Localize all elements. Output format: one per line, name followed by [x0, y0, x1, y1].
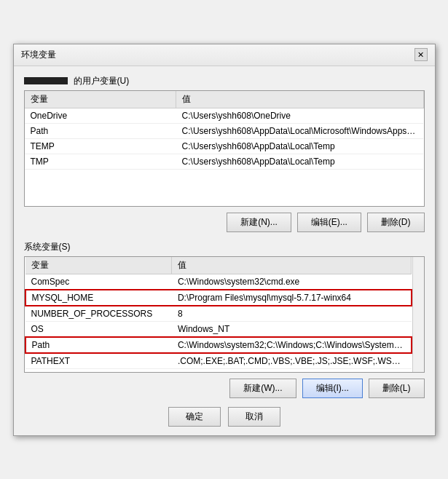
- new-user-button[interactable]: 新建(N)...: [227, 213, 291, 232]
- sys-var-cell: OS: [25, 321, 172, 337]
- sys-table-row[interactable]: OSWindows_NT: [25, 321, 412, 337]
- user-var-cell: TEMP: [25, 138, 176, 154]
- sys-val-cell: Windows_NT: [172, 321, 412, 337]
- user-var-col-header: 变量: [25, 91, 176, 108]
- sys-table-row[interactable]: PATHEXT.COM;.EXE;.BAT;.CMD;.VBS;.VBE;.JS…: [25, 353, 412, 369]
- sys-val-cell: 8: [172, 306, 412, 322]
- user-section-label: 的用户变量(U): [24, 75, 425, 87]
- sys-val-cell: AMD64: [172, 368, 412, 373]
- user-val-cell: C:\Users\yshh608\AppData\Local\Temp: [176, 138, 423, 154]
- new-sys-button[interactable]: 新建(W)...: [229, 379, 296, 398]
- delete-sys-button[interactable]: 删除(L): [369, 379, 425, 398]
- footer-buttons-row: 确定 取消: [24, 407, 425, 427]
- sys-val-col-header: 值: [172, 257, 412, 274]
- sys-table-row[interactable]: PathC:\Windows\system32;C:\Windows;C:\Wi…: [25, 337, 412, 353]
- redacted-username: [24, 77, 68, 84]
- sys-table-row[interactable]: MYSQL_HOMED:\Program Files\mysql\mysql-5…: [25, 290, 412, 306]
- user-val-col-header: 值: [176, 91, 423, 108]
- sys-var-cell: ComSpec: [25, 274, 172, 290]
- user-variables-table: 变量 值 OneDriveC:\Users\yshh608\OneDrivePa…: [25, 91, 424, 170]
- user-var-cell: OneDrive: [25, 108, 176, 123]
- user-buttons-row: 新建(N)... 编辑(E)... 删除(D): [24, 213, 425, 232]
- dialog-title: 环境变量: [21, 49, 56, 61]
- user-var-cell: Path: [25, 123, 176, 138]
- user-label-text: 的用户变量(U): [74, 75, 130, 87]
- sys-table-row[interactable]: NUMBER_OF_PROCESSORS8: [25, 306, 412, 322]
- cancel-button[interactable]: 取消: [228, 407, 280, 427]
- sys-var-cell: PATHEXT: [25, 353, 172, 369]
- sys-var-col-header: 变量: [25, 257, 172, 274]
- user-val-cell: C:\Users\yshh608\AppData\Local\Temp: [176, 154, 423, 169]
- user-var-cell: TMP: [25, 154, 176, 169]
- user-table-header-row: 变量 值: [25, 91, 424, 108]
- user-table-row[interactable]: TMPC:\Users\yshh608\AppData\Local\Temp: [25, 154, 424, 169]
- sys-val-cell: C:\Windows\system32;C:\Windows;C:\Window…: [172, 337, 412, 353]
- sys-val-cell: D:\Program Files\mysql\mysql-5.7.17-winx…: [172, 290, 412, 306]
- environment-variables-dialog: 环境变量 ✕ 的用户变量(U) 变量 值 OneDriveC:\Users\ys…: [13, 44, 436, 436]
- user-table-row[interactable]: OneDriveC:\Users\yshh608\OneDrive: [25, 108, 424, 123]
- sys-var-cell: PROCESSOR_ARCHITECT...: [25, 368, 172, 373]
- sys-var-cell: Path: [25, 337, 172, 353]
- system-section-label: 系统变量(S): [24, 241, 425, 253]
- delete-user-button[interactable]: 删除(D): [367, 213, 425, 232]
- sys-val-cell: C:\Windows\system32\cmd.exe: [172, 274, 412, 290]
- sys-table-header-row: 变量 值: [25, 257, 412, 274]
- system-variables-table-container: 变量 值 ComSpecC:\Windows\system32\cmd.exeM…: [24, 256, 425, 373]
- system-variables-table: 变量 值 ComSpecC:\Windows\system32\cmd.exeM…: [25, 257, 412, 373]
- sys-var-cell: NUMBER_OF_PROCESSORS: [25, 306, 172, 322]
- sys-table-row[interactable]: ComSpecC:\Windows\system32\cmd.exe: [25, 274, 412, 290]
- dialog-body: 的用户变量(U) 变量 值 OneDriveC:\Users\yshh608\O…: [14, 66, 435, 435]
- scrollbar[interactable]: [412, 257, 424, 372]
- sys-table-row[interactable]: PROCESSOR_ARCHITECT...AMD64: [25, 368, 412, 373]
- ok-button[interactable]: 确定: [168, 407, 221, 427]
- user-table-row[interactable]: PathC:\Users\yshh608\AppData\Local\Micro…: [25, 123, 424, 138]
- edit-user-button[interactable]: 编辑(E)...: [297, 213, 361, 232]
- sys-table-body: ComSpecC:\Windows\system32\cmd.exeMYSQL_…: [25, 274, 412, 373]
- sys-var-cell: MYSQL_HOME: [25, 290, 172, 306]
- system-buttons-row: 新建(W)... 编辑(I)... 删除(L): [24, 379, 425, 398]
- user-table-body: OneDriveC:\Users\yshh608\OneDrivePathC:\…: [25, 108, 424, 169]
- user-variables-table-container: 变量 值 OneDriveC:\Users\yshh608\OneDrivePa…: [24, 90, 425, 207]
- edit-sys-button[interactable]: 编辑(I)...: [302, 379, 363, 398]
- user-table-row[interactable]: TEMPC:\Users\yshh608\AppData\Local\Temp: [25, 138, 424, 154]
- sys-val-cell: .COM;.EXE;.BAT;.CMD;.VBS;.VBE;.JS;.JSE;.…: [172, 353, 412, 369]
- close-button[interactable]: ✕: [414, 48, 428, 61]
- title-bar: 环境变量 ✕: [14, 44, 435, 66]
- user-val-cell: C:\Users\yshh608\OneDrive: [176, 108, 423, 123]
- user-val-cell: C:\Users\yshh608\AppData\Local\Microsoft…: [176, 123, 423, 138]
